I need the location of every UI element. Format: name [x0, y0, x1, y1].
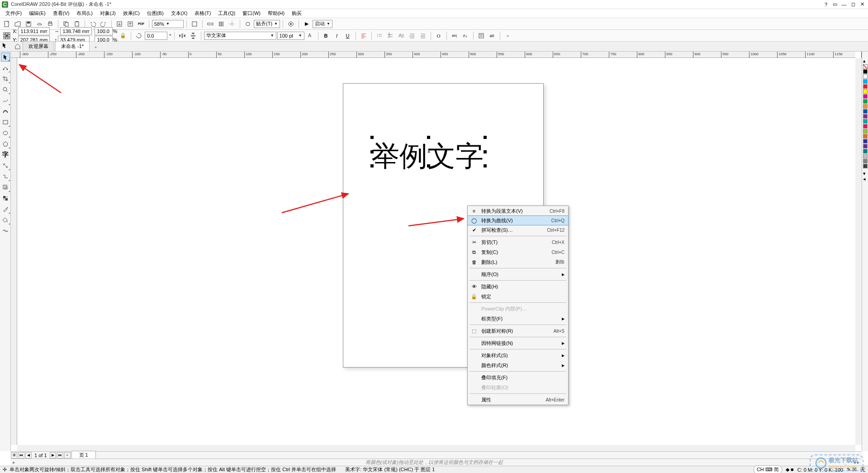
page-add-icon[interactable]: + — [64, 452, 71, 459]
color-swatch[interactable] — [863, 164, 868, 168]
pdf-icon[interactable]: PDF — [136, 19, 146, 29]
indent-dec-icon[interactable] — [418, 31, 428, 41]
context-menu-item[interactable]: 因特网链接(N)▶ — [468, 338, 568, 348]
pick-tool-indicator-icon[interactable] — [1, 42, 9, 49]
context-menu-item[interactable]: 👁隐藏(H) — [468, 282, 568, 291]
variable-outline-icon[interactable] — [1, 226, 10, 235]
artistic-text-object[interactable]: 举例文字 — [371, 137, 484, 175]
tab-welcome[interactable]: 欢迎屏幕 — [23, 41, 54, 51]
freehand-tool-icon[interactable] — [1, 96, 10, 105]
color-swatch[interactable] — [863, 124, 868, 129]
lock-ratio-icon[interactable]: 🔒 — [118, 31, 128, 41]
context-menu-item[interactable]: ⧉复制(C)Ctrl+C — [468, 247, 568, 257]
menu-window[interactable]: 窗口(W) — [239, 9, 264, 18]
palette-scroll-down-icon[interactable]: ▾ — [863, 171, 868, 175]
color-swatch[interactable] — [863, 84, 868, 89]
menu-tools[interactable]: 工具(Q) — [214, 9, 239, 18]
artistic-media-icon[interactable] — [1, 107, 10, 116]
context-menu-item[interactable]: 🔒锁定 — [468, 291, 568, 301]
transparency-icon[interactable] — [1, 194, 10, 203]
menu-text[interactable]: 文本(X) — [167, 9, 191, 18]
selection-handle[interactable] — [484, 150, 487, 153]
help-icon[interactable]: ? — [822, 1, 830, 8]
selection-handle[interactable] — [370, 150, 374, 153]
indent-inc-icon[interactable] — [407, 31, 417, 41]
color-swatch[interactable] — [863, 134, 868, 139]
connector-icon[interactable] — [1, 172, 10, 181]
page-expand-icon[interactable]: ⊞ — [11, 452, 17, 459]
page-last-icon[interactable]: ⏭ — [57, 452, 63, 459]
color-swatch[interactable] — [863, 74, 868, 79]
fill-tool-icon[interactable] — [1, 215, 10, 225]
parallel-dim-icon[interactable] — [1, 161, 10, 170]
chars-icon[interactable]: ab| — [450, 31, 460, 41]
color-swatch[interactable] — [863, 109, 868, 114]
text-tool-icon[interactable]: 字 — [1, 150, 10, 159]
color-swatch[interactable] — [863, 159, 868, 163]
eyedropper-icon[interactable] — [1, 205, 10, 214]
mirror-v-icon[interactable] — [188, 31, 198, 41]
color-swatch[interactable] — [863, 119, 868, 124]
color-swatch[interactable] — [863, 149, 868, 153]
rotation-input[interactable] — [145, 32, 167, 40]
menu-view[interactable]: 查看(V) — [49, 9, 73, 18]
polygon-tool-icon[interactable] — [1, 139, 10, 148]
dropcap-icon[interactable]: A — [396, 31, 406, 41]
fullscreen-icon[interactable] — [190, 19, 199, 29]
color-swatch[interactable] — [863, 129, 868, 134]
color-swatch[interactable] — [863, 144, 868, 148]
context-menu-item[interactable]: 框类型(F)▶ — [468, 314, 568, 324]
page-first-icon[interactable]: ⏮ — [18, 452, 24, 459]
selection-handle[interactable] — [370, 136, 374, 139]
document-palette-hint[interactable]: ▸ 将颜色(或对象)拖动至此处，以便将这些颜色与文档存储在一起 ◂ ▸ — [11, 459, 862, 466]
color-swatch[interactable] — [863, 69, 868, 74]
italic-icon[interactable]: I — [332, 31, 342, 41]
snap-icon[interactable] — [243, 19, 253, 29]
context-menu-item[interactable]: ⬚创建新对称(R)Alt+S — [468, 326, 568, 336]
selection-handle[interactable] — [484, 164, 487, 167]
menu-table[interactable]: 表格(T) — [191, 9, 214, 18]
text-direction-icon[interactable]: A↓ — [460, 31, 470, 41]
menu-object[interactable]: 对象(J) — [96, 9, 119, 18]
scrollbar-horizontal[interactable] — [17, 445, 855, 451]
page-prev-icon[interactable]: ◀ — [25, 452, 32, 459]
menu-edit[interactable]: 编辑(E) — [25, 9, 49, 18]
palette-scroll-up-icon[interactable]: ▴ — [863, 58, 868, 62]
grid-icon[interactable] — [216, 19, 226, 29]
pick-tool-icon[interactable] — [1, 53, 10, 62]
context-menu-item[interactable]: 对象样式(S)▶ — [468, 350, 568, 360]
color-swatch[interactable] — [863, 104, 868, 109]
context-menu-item[interactable]: ≡转换为段落文本(V)Ctrl+F8 — [468, 206, 568, 216]
color-swatch[interactable] — [863, 139, 868, 143]
menu-layout[interactable]: 布局(L) — [73, 9, 96, 18]
snap-to-dropdown[interactable]: 贴齐(T)▼ — [254, 20, 280, 28]
color-swatch[interactable] — [863, 154, 868, 158]
dropshadow-icon[interactable] — [1, 183, 10, 192]
add-tab-icon[interactable]: + — [90, 43, 100, 51]
tab-document[interactable]: 未命名 -1* — [55, 41, 90, 51]
scrollbar-vertical[interactable] — [855, 58, 862, 445]
numbered-icon[interactable]: 12 — [385, 31, 395, 41]
selection-center-icon[interactable]: ✕ — [427, 149, 431, 154]
guides-icon[interactable] — [227, 19, 237, 29]
bold-icon[interactable]: B — [321, 31, 331, 41]
context-menu-item[interactable]: ✔拼写检查(S)…Ctrl+F12 — [468, 225, 568, 235]
selection-handle[interactable] — [484, 136, 487, 139]
context-menu-item[interactable]: ◯转换为曲线(V)Ctrl+Q — [467, 215, 569, 225]
align-left-icon[interactable] — [359, 31, 369, 41]
width-input[interactable] — [60, 27, 92, 35]
rectangle-tool-icon[interactable] — [1, 118, 10, 127]
ruler-icon[interactable] — [205, 19, 215, 29]
drawing-canvas[interactable]: 举例文字 ✕ — [17, 58, 855, 445]
object-origin-icon[interactable] — [2, 31, 12, 41]
units-icon[interactable]: A — [305, 31, 315, 41]
scale-w-input[interactable] — [95, 27, 113, 35]
crop-tool-icon[interactable] — [1, 74, 10, 83]
color-swatch[interactable] — [863, 94, 868, 99]
menu-bitmap[interactable]: 位图(B) — [143, 9, 167, 18]
color-swatch[interactable] — [863, 79, 868, 84]
fill-indicator-icon[interactable]: ◆ ■ — [786, 467, 794, 473]
page-next-icon[interactable]: ▶ — [50, 452, 56, 459]
language-badge[interactable]: CH ⌨ 简 — [754, 465, 782, 473]
home-tab-icon[interactable] — [13, 41, 23, 51]
